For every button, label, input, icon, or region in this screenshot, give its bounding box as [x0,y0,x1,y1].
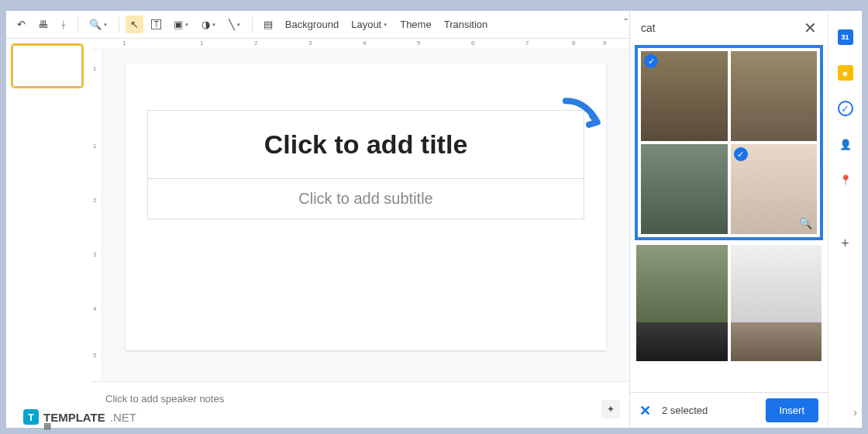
comment-button[interactable]: ▤ [259,16,277,33]
theme-button[interactable]: Theme [395,16,436,33]
highlighted-results: ✓ ✓ 🔍 [635,45,823,240]
contacts-icon[interactable]: 👤 [838,136,853,152]
collapse-panel-button[interactable]: ˆ [624,17,628,29]
search-panel-footer: ✕ 2 selected Insert [630,392,828,428]
selection-count: 2 selected [662,405,755,416]
selected-check-icon: ✓ [734,147,748,161]
speaker-notes-placeholder: Click to add speaker notes [105,393,224,405]
side-collapse-arrow[interactable]: › [853,406,857,418]
watermark-brand: TEMPLATE [43,411,105,424]
close-panel-button[interactable]: ✕ [804,19,817,37]
watermark: T TEMPLATE.NET [23,409,136,425]
title-text: Click to add title [156,129,576,160]
image-result[interactable] [636,245,728,322]
grid-view-icon[interactable]: ▦ [43,421,51,431]
toolbar-separator [119,17,119,33]
subtitle-text: Click to add subtitle [156,190,576,208]
more-results [635,245,823,322]
slide-thumbnail-panel [6,39,91,428]
side-addon-bar: 31 ● ✓ 👤 📍 + [828,11,862,428]
toolbar: ↶ 🖶 ⟊ 🔍 ▼ ↖ 🅃 ▣ ▼ ◑ ▼ ╲ ▼ ▤ Background L… [6,11,629,39]
subtitle-placeholder[interactable]: Click to add subtitle [147,179,584,219]
image-result[interactable] [731,322,822,361]
layout-button[interactable]: Layout▼ [346,16,392,33]
line-button[interactable]: ╲ ▼ [224,16,246,33]
title-placeholder[interactable]: Click to add title [147,110,584,179]
ruler-horizontal: 1123456789 [91,39,629,50]
zoom-button[interactable]: 🔍 ▼ [84,16,112,33]
textbox-button[interactable]: 🅃 [146,16,166,33]
image-result[interactable] [731,245,822,322]
calendar-icon[interactable]: 31 [838,29,853,45]
speaker-notes[interactable]: Click to add speaker notes [91,381,629,428]
image-result[interactable] [641,144,728,234]
more-results-partial [635,322,823,361]
content-row: 1123456789 112345 Click to add title Cli… [6,39,629,428]
maps-icon[interactable]: 📍 [838,172,853,188]
magnify-icon[interactable]: 🔍 [799,217,812,229]
select-tool-button[interactable]: ↖ [126,16,143,33]
search-input[interactable] [641,22,796,34]
annotation-arrow [553,89,617,160]
ruler-vertical: 112345 [91,50,102,381]
explore-button[interactable]: ✦ [601,400,620,418]
clear-selection-button[interactable]: ✕ [639,402,651,419]
background-button[interactable]: Background [281,16,343,33]
watermark-suffix: .NET [110,411,136,424]
slide-canvas[interactable]: Click to add title Click to add subtitle [102,50,629,381]
keep-icon[interactable]: ● [838,65,853,81]
selected-check-icon: ✓ [644,54,658,68]
image-result[interactable]: ✓ [641,51,728,141]
toolbar-separator [78,17,78,33]
image-search-panel: ✕ ✓ ✓ 🔍 ✕ [629,11,828,428]
toolbar-separator [252,17,253,33]
slide-wrap: 112345 Click to add title Click to add s… [91,50,629,381]
image-result[interactable] [731,51,818,141]
image-result[interactable] [636,322,728,361]
app-window: ↶ 🖶 ⟊ 🔍 ▼ ↖ 🅃 ▣ ▼ ◑ ▼ ╲ ▼ ▤ Background L… [6,11,862,428]
undo-button[interactable]: ↶ [12,16,30,33]
insert-button[interactable]: Insert [766,398,819,422]
add-addon-button[interactable]: + [838,236,853,251]
watermark-logo: T [23,409,39,425]
search-results: ✓ ✓ 🔍 [630,45,828,392]
paint-format-button[interactable]: ⟊ [56,16,71,33]
slide[interactable]: Click to add title Click to add subtitle [126,64,606,350]
print-button[interactable]: 🖶 [33,16,53,33]
tasks-icon[interactable]: ✓ [838,101,853,116]
image-button[interactable]: ▣ ▼ [169,16,194,33]
slide-area: 1123456789 112345 Click to add title Cli… [91,39,629,428]
transition-button[interactable]: Transition [439,16,493,33]
main-area: ↶ 🖶 ⟊ 🔍 ▼ ↖ 🅃 ▣ ▼ ◑ ▼ ╲ ▼ ▤ Background L… [6,11,629,428]
slide-thumbnail[interactable] [12,45,82,87]
image-result[interactable]: ✓ 🔍 [731,144,818,234]
search-header: ✕ [630,11,828,45]
shape-button[interactable]: ◑ ▼ [197,16,221,33]
